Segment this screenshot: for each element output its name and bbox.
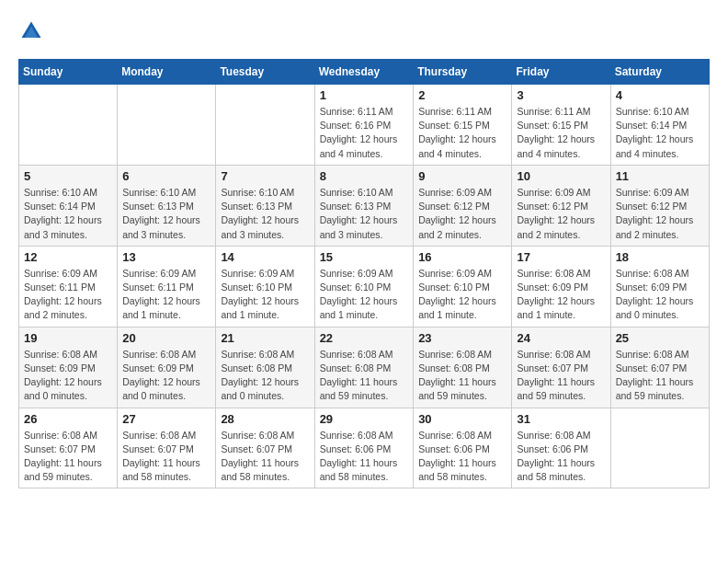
day-number: 6 xyxy=(122,169,210,183)
day-number: 14 xyxy=(221,250,309,264)
day-info: Sunrise: 6:10 AM Sunset: 6:13 PM Dayligh… xyxy=(221,186,309,242)
day-number: 28 xyxy=(221,412,309,426)
day-number: 9 xyxy=(418,169,506,183)
day-number: 13 xyxy=(122,250,210,264)
weekday-header-wednesday: Wednesday xyxy=(314,60,414,85)
day-number: 8 xyxy=(320,169,409,183)
day-info: Sunrise: 6:08 AM Sunset: 6:07 PM Dayligh… xyxy=(221,429,309,485)
calendar-cell: 2Sunrise: 6:11 AM Sunset: 6:15 PM Daylig… xyxy=(414,85,512,166)
day-info: Sunrise: 6:08 AM Sunset: 6:09 PM Dayligh… xyxy=(24,348,112,404)
calendar-cell: 6Sunrise: 6:10 AM Sunset: 6:13 PM Daylig… xyxy=(118,165,216,246)
calendar-cell: 22Sunrise: 6:08 AM Sunset: 6:08 PM Dayli… xyxy=(314,327,414,408)
calendar: SundayMondayTuesdayWednesdayThursdayFrid… xyxy=(18,59,710,488)
calendar-cell: 9Sunrise: 6:09 AM Sunset: 6:12 PM Daylig… xyxy=(414,165,512,246)
day-info: Sunrise: 6:09 AM Sunset: 6:12 PM Dayligh… xyxy=(616,186,704,242)
calendar-cell: 7Sunrise: 6:10 AM Sunset: 6:13 PM Daylig… xyxy=(216,165,314,246)
day-number: 15 xyxy=(320,250,409,264)
calendar-cell: 28Sunrise: 6:08 AM Sunset: 6:07 PM Dayli… xyxy=(216,408,314,488)
day-number: 11 xyxy=(616,169,704,183)
calendar-cell: 24Sunrise: 6:08 AM Sunset: 6:07 PM Dayli… xyxy=(512,327,610,408)
calendar-cell xyxy=(216,85,314,166)
calendar-cell: 13Sunrise: 6:09 AM Sunset: 6:11 PM Dayli… xyxy=(118,246,216,327)
calendar-cell: 4Sunrise: 6:10 AM Sunset: 6:14 PM Daylig… xyxy=(610,85,709,166)
day-number: 21 xyxy=(221,331,309,345)
day-info: Sunrise: 6:09 AM Sunset: 6:10 PM Dayligh… xyxy=(320,267,409,323)
day-number: 27 xyxy=(122,412,210,426)
day-info: Sunrise: 6:09 AM Sunset: 6:11 PM Dayligh… xyxy=(122,267,210,323)
day-info: Sunrise: 6:08 AM Sunset: 6:09 PM Dayligh… xyxy=(517,267,605,323)
day-info: Sunrise: 6:08 AM Sunset: 6:08 PM Dayligh… xyxy=(418,348,506,404)
calendar-cell: 5Sunrise: 6:10 AM Sunset: 6:14 PM Daylig… xyxy=(19,165,118,246)
calendar-cell: 19Sunrise: 6:08 AM Sunset: 6:09 PM Dayli… xyxy=(19,327,118,408)
day-number: 20 xyxy=(122,331,210,345)
day-info: Sunrise: 6:10 AM Sunset: 6:13 PM Dayligh… xyxy=(320,186,409,242)
day-number: 19 xyxy=(24,331,112,345)
calendar-cell: 25Sunrise: 6:08 AM Sunset: 6:07 PM Dayli… xyxy=(610,327,709,408)
day-info: Sunrise: 6:09 AM Sunset: 6:12 PM Dayligh… xyxy=(517,186,605,242)
calendar-cell: 10Sunrise: 6:09 AM Sunset: 6:12 PM Dayli… xyxy=(512,165,610,246)
calendar-cell: 27Sunrise: 6:08 AM Sunset: 6:07 PM Dayli… xyxy=(118,408,216,488)
calendar-cell xyxy=(19,85,118,166)
calendar-cell: 8Sunrise: 6:10 AM Sunset: 6:13 PM Daylig… xyxy=(314,165,414,246)
calendar-cell: 17Sunrise: 6:08 AM Sunset: 6:09 PM Dayli… xyxy=(512,246,610,327)
day-number: 23 xyxy=(418,331,506,345)
day-info: Sunrise: 6:08 AM Sunset: 6:06 PM Dayligh… xyxy=(320,429,409,485)
day-number: 25 xyxy=(616,331,704,345)
day-info: Sunrise: 6:10 AM Sunset: 6:14 PM Dayligh… xyxy=(616,105,704,161)
day-number: 17 xyxy=(517,250,605,264)
day-info: Sunrise: 6:08 AM Sunset: 6:07 PM Dayligh… xyxy=(24,429,112,485)
logo-icon xyxy=(18,18,44,44)
day-number: 29 xyxy=(320,412,409,426)
calendar-cell: 18Sunrise: 6:08 AM Sunset: 6:09 PM Dayli… xyxy=(610,246,709,327)
day-info: Sunrise: 6:08 AM Sunset: 6:08 PM Dayligh… xyxy=(320,348,409,404)
calendar-cell: 23Sunrise: 6:08 AM Sunset: 6:08 PM Dayli… xyxy=(414,327,512,408)
weekday-header-tuesday: Tuesday xyxy=(216,60,314,85)
day-info: Sunrise: 6:08 AM Sunset: 6:08 PM Dayligh… xyxy=(221,348,309,404)
calendar-cell: 26Sunrise: 6:08 AM Sunset: 6:07 PM Dayli… xyxy=(19,408,118,488)
day-info: Sunrise: 6:09 AM Sunset: 6:12 PM Dayligh… xyxy=(418,186,506,242)
calendar-cell: 15Sunrise: 6:09 AM Sunset: 6:10 PM Dayli… xyxy=(314,246,414,327)
page-header xyxy=(18,18,710,44)
day-info: Sunrise: 6:08 AM Sunset: 6:07 PM Dayligh… xyxy=(122,429,210,485)
day-number: 31 xyxy=(517,412,605,426)
calendar-cell: 20Sunrise: 6:08 AM Sunset: 6:09 PM Dayli… xyxy=(118,327,216,408)
day-info: Sunrise: 6:08 AM Sunset: 6:09 PM Dayligh… xyxy=(122,348,210,404)
logo xyxy=(18,18,48,44)
day-info: Sunrise: 6:11 AM Sunset: 6:15 PM Dayligh… xyxy=(418,105,506,161)
day-info: Sunrise: 6:11 AM Sunset: 6:16 PM Dayligh… xyxy=(320,105,409,161)
calendar-cell: 12Sunrise: 6:09 AM Sunset: 6:11 PM Dayli… xyxy=(19,246,118,327)
weekday-header-sunday: Sunday xyxy=(19,60,118,85)
weekday-header-friday: Friday xyxy=(512,60,610,85)
day-number: 4 xyxy=(616,88,704,102)
day-number: 24 xyxy=(517,331,605,345)
day-number: 16 xyxy=(418,250,506,264)
calendar-cell: 1Sunrise: 6:11 AM Sunset: 6:16 PM Daylig… xyxy=(314,85,414,166)
calendar-cell: 21Sunrise: 6:08 AM Sunset: 6:08 PM Dayli… xyxy=(216,327,314,408)
calendar-cell: 30Sunrise: 6:08 AM Sunset: 6:06 PM Dayli… xyxy=(414,408,512,488)
day-info: Sunrise: 6:10 AM Sunset: 6:14 PM Dayligh… xyxy=(24,186,112,242)
day-info: Sunrise: 6:10 AM Sunset: 6:13 PM Dayligh… xyxy=(122,186,210,242)
calendar-cell xyxy=(118,85,216,166)
day-number: 22 xyxy=(320,331,409,345)
day-info: Sunrise: 6:08 AM Sunset: 6:09 PM Dayligh… xyxy=(616,267,704,323)
weekday-header-saturday: Saturday xyxy=(610,60,709,85)
day-number: 5 xyxy=(24,169,112,183)
calendar-cell: 14Sunrise: 6:09 AM Sunset: 6:10 PM Dayli… xyxy=(216,246,314,327)
day-number: 1 xyxy=(320,88,409,102)
day-info: Sunrise: 6:09 AM Sunset: 6:11 PM Dayligh… xyxy=(24,267,112,323)
calendar-cell: 16Sunrise: 6:09 AM Sunset: 6:10 PM Dayli… xyxy=(414,246,512,327)
day-info: Sunrise: 6:11 AM Sunset: 6:15 PM Dayligh… xyxy=(517,105,605,161)
day-number: 10 xyxy=(517,169,605,183)
day-info: Sunrise: 6:08 AM Sunset: 6:06 PM Dayligh… xyxy=(418,429,506,485)
day-number: 3 xyxy=(517,88,605,102)
weekday-header-monday: Monday xyxy=(118,60,216,85)
day-info: Sunrise: 6:09 AM Sunset: 6:10 PM Dayligh… xyxy=(221,267,309,323)
calendar-cell: 3Sunrise: 6:11 AM Sunset: 6:15 PM Daylig… xyxy=(512,85,610,166)
day-info: Sunrise: 6:08 AM Sunset: 6:07 PM Dayligh… xyxy=(616,348,704,404)
calendar-cell xyxy=(610,408,709,488)
day-number: 26 xyxy=(24,412,112,426)
weekday-header-thursday: Thursday xyxy=(414,60,512,85)
day-info: Sunrise: 6:08 AM Sunset: 6:06 PM Dayligh… xyxy=(517,429,605,485)
calendar-cell: 11Sunrise: 6:09 AM Sunset: 6:12 PM Dayli… xyxy=(610,165,709,246)
day-info: Sunrise: 6:08 AM Sunset: 6:07 PM Dayligh… xyxy=(517,348,605,404)
